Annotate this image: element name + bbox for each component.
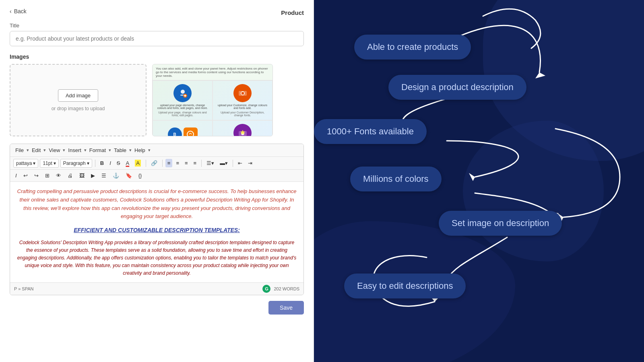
preview-cell-4: upload your Customize, add pages, and mo…: [213, 120, 272, 136]
bold-button[interactable]: B: [98, 159, 106, 167]
toolbar-menu-row: File ▾ Edit ▾ View ▾ Insert ▾ Format ▾ T…: [10, 144, 303, 157]
svg-point-0: [181, 90, 185, 94]
editor-intro-paragraph: Crafting compelling and persuasive produ…: [17, 187, 297, 221]
back-chevron-icon: ‹: [10, 8, 12, 14]
editor-status-bar: P » SPAN G 202 WORDS: [10, 282, 303, 295]
table-button[interactable]: ⊞: [43, 171, 52, 180]
paragraph-dropdown[interactable]: Paragraph ▾: [60, 159, 92, 168]
print-button[interactable]: 🖨: [66, 171, 75, 180]
ordered-list-button[interactable]: ☰▾: [204, 159, 216, 167]
preview-button[interactable]: 👁: [54, 171, 63, 180]
menu-insert[interactable]: Insert: [66, 146, 83, 154]
align-left-button[interactable]: ≡: [165, 159, 173, 167]
menu-help[interactable]: Help: [132, 146, 147, 154]
menu-edit[interactable]: Edit: [30, 146, 43, 154]
anchor-button[interactable]: ⚓: [111, 171, 121, 180]
drop-text: or drop images to upload: [52, 106, 105, 111]
preview-cell-2: upload your Customize, change colours an…: [213, 80, 272, 120]
media-button[interactable]: ▶: [89, 171, 97, 180]
editor-body-paragraph: Codelock Solutions' Description Writing …: [17, 239, 297, 278]
images-row: Add image or drop images to upload You c…: [10, 64, 304, 136]
toolbar-sep-5: [233, 160, 233, 167]
link-button[interactable]: 🔗: [149, 159, 159, 167]
outdent-button[interactable]: ⇤: [236, 159, 244, 167]
menu-file[interactable]: File: [13, 146, 26, 154]
toolbar-sep-1: [95, 160, 95, 167]
back-button[interactable]: ‹ Back: [10, 8, 27, 14]
right-panel: Able to create products Design a product…: [314, 0, 644, 362]
feature-pill-design-description: Design a product description: [388, 75, 526, 100]
image-preview: You can also add, edit and clone your pa…: [152, 64, 273, 136]
font-family-dropdown[interactable]: pattaya ▾: [13, 159, 38, 168]
list-view-button[interactable]: ☰: [99, 171, 108, 180]
italic-btn-2[interactable]: I: [13, 171, 19, 180]
toolbar-sep-3: [162, 160, 163, 167]
italic-button[interactable]: I: [107, 159, 113, 167]
image-button[interactable]: 🖼: [77, 171, 87, 180]
editor-heading: EFFICIENT AND CUSTOMIZABLE DESCRIPTION T…: [17, 226, 297, 234]
unordered-list-button[interactable]: ▬▾: [218, 159, 230, 167]
toolbar-extra-row: I ↩ ↪ ⊞ 👁 🖨 🖼 ▶ ☰ ⚓ 🔖 {}: [10, 170, 303, 182]
align-center-button[interactable]: ≡: [174, 159, 181, 167]
menu-table[interactable]: Table: [112, 146, 128, 154]
status-path: P » SPAN: [14, 286, 34, 291]
add-image-button[interactable]: Add image: [58, 89, 98, 102]
feature-pill-colors: Millions of colors: [350, 167, 442, 191]
header-row: ‹ Back Product: [10, 8, 304, 17]
indent-button[interactable]: ⇥: [246, 159, 254, 167]
title-field-label: Title: [10, 23, 304, 29]
toolbar-sep-2: [146, 160, 146, 167]
undo-button[interactable]: ↩: [21, 171, 30, 180]
svg-point-8: [187, 131, 194, 136]
title-input[interactable]: [10, 31, 304, 46]
feature-pill-edit-descriptions: Easy to edit descriptions: [344, 274, 466, 298]
toolbar-formatting-row: pattaya ▾ 11pt ▾ Paragraph ▾ B I S A A 🔗: [10, 157, 303, 170]
left-panel: ‹ Back Product Title Images Add image or…: [0, 0, 314, 362]
redo-button[interactable]: ↪: [32, 171, 41, 180]
source-button[interactable]: {}: [136, 171, 144, 180]
image-upload-box[interactable]: Add image or drop images to upload: [10, 64, 147, 136]
preview-cell-1: upload your page elements, change colour…: [153, 80, 213, 120]
strikethrough-button[interactable]: S: [115, 159, 122, 167]
highlight-button[interactable]: A: [133, 158, 143, 168]
svg-rect-4: [185, 95, 186, 97]
preview-top-bar: You can also add, edit and clone your pa…: [153, 64, 272, 80]
product-label: Product: [281, 9, 304, 16]
grammarly-icon: G: [262, 285, 270, 293]
word-count: 202 WORDS: [274, 286, 299, 291]
svg-rect-7: [242, 92, 244, 95]
menu-view[interactable]: View: [47, 146, 62, 154]
preview-cell-3: B upload your Customize, change colours.: [153, 120, 213, 136]
feature-pill-set-image: Set image on description: [439, 211, 562, 236]
menu-format[interactable]: Format: [87, 146, 108, 154]
back-label[interactable]: Back: [14, 8, 27, 14]
feature-pill-create-products: Able to create products: [354, 35, 471, 60]
font-size-dropdown[interactable]: 11pt ▾: [40, 159, 58, 168]
align-right-button[interactable]: ≡: [192, 159, 199, 167]
editor-wrapper: File ▾ Edit ▾ View ▾ Insert ▾ Format ▾ T…: [10, 144, 304, 295]
editor-content[interactable]: Crafting compelling and persuasive produ…: [10, 182, 303, 282]
font-color-button[interactable]: A: [124, 159, 131, 167]
feature-pill-fonts: 1000+ Fonts available: [314, 119, 427, 144]
images-label: Images: [10, 53, 304, 60]
bg-blob-3: [463, 121, 604, 261]
save-button[interactable]: Save: [268, 301, 304, 315]
align-justify-button[interactable]: ≡: [183, 159, 190, 167]
toolbar-sep-4: [201, 160, 202, 167]
bookmark-button[interactable]: 🔖: [124, 171, 134, 180]
